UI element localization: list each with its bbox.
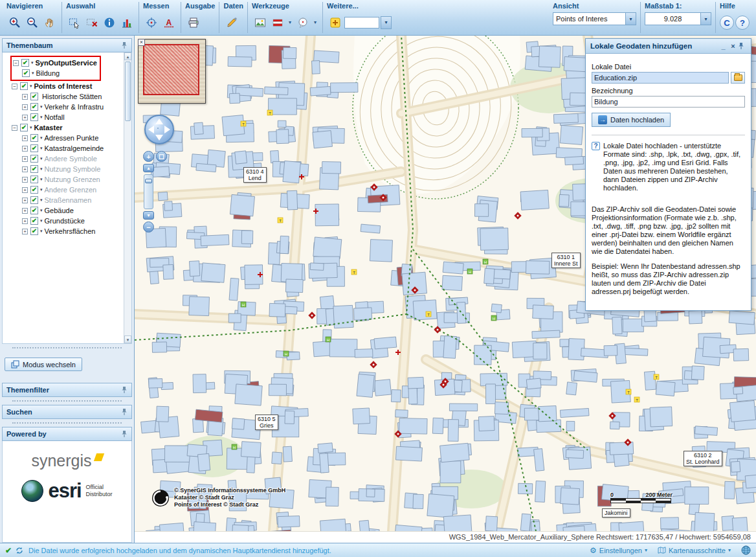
- redline-tool-dropdown-icon[interactable]: ▾: [312, 19, 318, 25]
- tree-item-bildung[interactable]: ✔ ▾ Bildung: [22, 68, 97, 78]
- pan-east-arrow[interactable]: [164, 126, 170, 133]
- edit-data-button[interactable]: [223, 14, 239, 31]
- chevron-down-icon[interactable]: ▾: [40, 187, 43, 192]
- expand-icon[interactable]: +: [22, 198, 28, 203]
- chevron-down-icon[interactable]: ▾: [31, 60, 34, 65]
- checkbox-checked-icon[interactable]: ✔: [30, 103, 38, 111]
- checkbox-checked-icon[interactable]: ✔: [30, 227, 38, 235]
- ansicht-dropdown-button[interactable]: ▾: [625, 12, 636, 25]
- pan-south-arrow[interactable]: [155, 135, 163, 141]
- print-button[interactable]: [185, 14, 201, 31]
- help-button[interactable]: ?: [735, 16, 750, 30]
- measure-area-button[interactable]: A: [161, 14, 177, 31]
- tree-item-andere-grenzen[interactable]: + ✔ ▾ Andere Grenzen: [22, 185, 122, 195]
- map-viewport[interactable]: TTTTTTTTTTHHHHHHHHH × + ◻ ▲ ▼ − 6310: [135, 36, 756, 543]
- local-file-input[interactable]: [592, 72, 729, 84]
- checkbox-checked-icon[interactable]: ✔: [20, 82, 28, 90]
- checkbox-checked-icon[interactable]: ✔: [30, 134, 38, 142]
- tree-item-verkehrsflaechen[interactable]: + ✔ ▾ Verkehrsflächen: [22, 226, 122, 236]
- overview-extent-box[interactable]: [143, 44, 199, 95]
- overview-map[interactable]: ×: [138, 39, 206, 104]
- checkbox-checked-icon[interactable]: ✔: [20, 124, 28, 131]
- zoom-step-up-button[interactable]: ▲: [143, 164, 154, 172]
- checkbox-checked-icon[interactable]: ✔: [30, 176, 38, 183]
- ansicht-select[interactable]: Points of Interes ▾: [553, 12, 636, 25]
- overview-close-icon[interactable]: ×: [138, 39, 145, 46]
- zoom-window-button[interactable]: ◻: [156, 151, 167, 162]
- tree-item-adressen-punkte[interactable]: + ✔ ▾ Adressen Punkte: [22, 133, 122, 143]
- tree-item-notfall[interactable]: + ✔ ▾ Notfall: [22, 112, 122, 122]
- tree-item-kataster[interactable]: − ✔ ▾ Kataster: [12, 122, 122, 133]
- redline-tool-button[interactable]: [295, 14, 311, 31]
- tree-scrollbar[interactable]: ▲ ▼: [124, 52, 131, 343]
- chevron-down-icon[interactable]: ▾: [40, 104, 43, 109]
- pan-tool-button[interactable]: [41, 14, 58, 31]
- checkbox-checked-icon[interactable]: ✔: [30, 196, 38, 204]
- expand-icon[interactable]: +: [22, 229, 28, 234]
- screenshot-tool-button[interactable]: [252, 14, 268, 31]
- tree-item-nutzung-grenzen[interactable]: + ✔ ▾ Nutzung Grenzen: [22, 174, 122, 185]
- panel-header-themenfilter[interactable]: Themenfilter: [2, 383, 132, 397]
- zoom-out-tool-button[interactable]: [24, 14, 40, 31]
- expand-icon[interactable]: +: [22, 115, 28, 120]
- chevron-down-icon[interactable]: ▾: [32, 71, 34, 76]
- minimize-icon[interactable]: _: [718, 42, 728, 50]
- tree-item-grundstuecke[interactable]: + ✔ ▾ Grundstücke: [22, 216, 122, 226]
- expand-icon[interactable]: +: [22, 177, 28, 183]
- panel-header-suchen[interactable]: Suchen: [2, 405, 132, 419]
- einstellungen-menu[interactable]: ⚙ Einstellungen ▾: [590, 546, 647, 555]
- clear-selection-button[interactable]: [83, 14, 100, 31]
- dialog-titlebar[interactable]: Lokale Geodaten hinzufügen _ ×: [586, 39, 751, 54]
- measure-coordinate-button[interactable]: [143, 14, 159, 31]
- expand-icon[interactable]: +: [22, 208, 28, 214]
- browse-folder-button[interactable]: [731, 72, 745, 84]
- expand-icon[interactable]: +: [22, 218, 28, 224]
- chevron-down-icon[interactable]: ▾: [40, 208, 43, 213]
- massstab-combobox[interactable]: 9.028 ▾: [645, 12, 711, 25]
- scrollbar-thumb[interactable]: [125, 62, 131, 121]
- checkbox-checked-icon[interactable]: ✔: [30, 186, 38, 194]
- upload-button[interactable]: → Daten hochladen: [592, 113, 671, 127]
- select-tool-button[interactable]: [66, 14, 82, 31]
- zoom-slider-handle[interactable]: [145, 179, 152, 183]
- expand-icon[interactable]: +: [22, 104, 28, 110]
- checkbox-checked-icon[interactable]: ✔: [30, 93, 38, 100]
- weitere-combobox-input[interactable]: [344, 17, 379, 28]
- tree-item-verkehr-infrastruktur[interactable]: + ✔ ▾ Verkehr & Infrastru: [22, 102, 122, 112]
- pan-west-arrow[interactable]: [148, 126, 154, 133]
- expand-icon[interactable]: +: [22, 156, 28, 162]
- collapse-icon[interactable]: −: [12, 125, 17, 131]
- statistics-tool-button[interactable]: [118, 14, 135, 31]
- flag-tool-dropdown-icon[interactable]: ▾: [287, 19, 293, 25]
- kartenausschnitte-menu[interactable]: Kartenausschnitte ▾: [658, 547, 731, 554]
- pan-center-dot[interactable]: [157, 128, 159, 129]
- flag-tool-button[interactable]: [269, 14, 285, 31]
- panel-gripper[interactable]: [12, 347, 122, 348]
- bezeichnung-input[interactable]: [592, 96, 745, 108]
- zoom-step-down-button[interactable]: ▼: [143, 211, 154, 220]
- checkbox-checked-icon[interactable]: ✔: [30, 144, 38, 152]
- checkbox-checked-icon[interactable]: ✔: [22, 69, 30, 77]
- expand-icon[interactable]: +: [22, 187, 28, 193]
- chevron-down-icon[interactable]: ▾: [30, 125, 32, 130]
- collapse-icon[interactable]: −: [13, 60, 19, 66]
- chevron-down-icon[interactable]: ▾: [40, 198, 43, 203]
- chevron-down-icon[interactable]: ▾: [40, 166, 43, 172]
- close-icon[interactable]: ×: [728, 42, 738, 50]
- identify-tool-button[interactable]: [101, 14, 117, 31]
- zoom-in-button[interactable]: +: [143, 151, 154, 162]
- tree-item-strassennamen[interactable]: + ✔ ▾ Straßennamen: [22, 195, 122, 205]
- expand-icon[interactable]: +: [22, 166, 28, 172]
- pin-icon[interactable]: [121, 386, 128, 394]
- tree-item-gebaeude[interactable]: + ✔ ▾ Gebäude: [22, 205, 122, 216]
- chevron-down-icon[interactable]: ▾: [40, 229, 43, 234]
- tree-item-andere-symbole[interactable]: + ✔ ▾ Andere Symbole: [22, 153, 122, 164]
- zoom-slider[interactable]: [144, 174, 153, 209]
- collapse-icon[interactable]: −: [12, 84, 17, 89]
- expand-icon[interactable]: +: [22, 94, 28, 100]
- globe-icon[interactable]: [741, 545, 751, 555]
- checkbox-checked-icon[interactable]: ✔: [30, 113, 38, 121]
- panel-gripper[interactable]: [12, 400, 122, 402]
- pin-icon[interactable]: [121, 41, 128, 49]
- chevron-down-icon[interactable]: ▾: [40, 156, 43, 161]
